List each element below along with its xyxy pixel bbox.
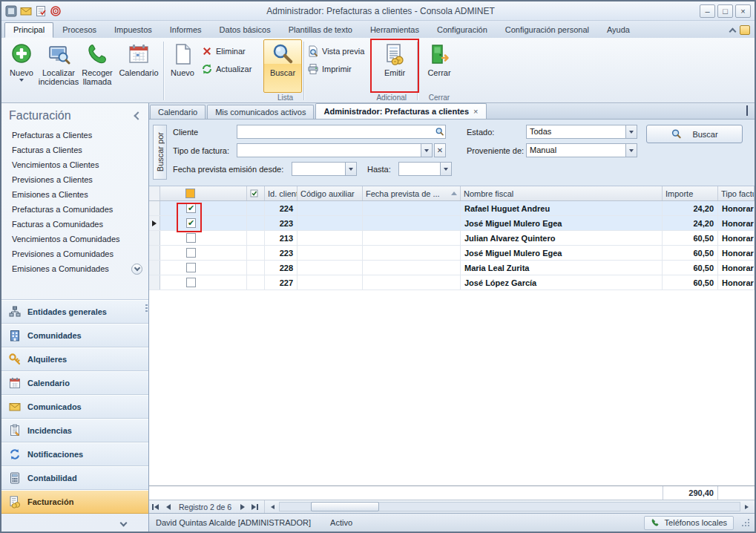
minimize-button[interactable]: –	[700, 4, 715, 18]
local-phones-panel[interactable]: Teléfonos locales	[644, 516, 734, 530]
actualizar-button[interactable]: Actualizar	[200, 61, 263, 76]
row-checkbox-cell[interactable]	[160, 275, 247, 290]
row-checkbox[interactable]	[186, 218, 196, 228]
ribbon-tab-herramientas[interactable]: Herramientas	[361, 22, 428, 38]
mail-icon[interactable]	[20, 5, 32, 17]
module-alquileres[interactable]: Alquileres	[1, 347, 148, 371]
header-tipo-factura[interactable]: Tipo factura	[718, 186, 755, 200]
sidebar-item-previsiones-a-comunidades[interactable]: Previsiones a Comunidades	[1, 246, 148, 261]
row-checkbox-cell[interactable]	[160, 216, 247, 230]
chevron-down-icon[interactable]	[421, 144, 432, 157]
cerrar-button[interactable]: Cerrar	[419, 39, 459, 93]
sidebar-item-facturas-a-comunidades[interactable]: Facturas a Comunidades	[1, 217, 148, 232]
scroll-left-button[interactable]	[266, 501, 279, 513]
help-window-icon[interactable]	[740, 25, 750, 35]
lookup-search-icon[interactable]	[433, 125, 445, 138]
buscar-ribbon-button[interactable]: Buscar	[263, 39, 302, 93]
header-nombre-fiscal[interactable]: Nombre fiscal	[461, 186, 663, 200]
chevron-down-icon[interactable]	[440, 163, 451, 175]
grid-row[interactable]: 228Maria Leal Zurita60,50Honorarios	[149, 261, 755, 275]
chevron-down-icon[interactable]	[625, 125, 637, 138]
horizontal-scrollbar[interactable]	[264, 500, 755, 513]
localizar-incidencias-button[interactable]: Localizar incidencias	[39, 39, 79, 93]
sidebar-item-prefacturas-a-comunidades[interactable]: Prefacturas a Comunidades	[1, 202, 148, 217]
nuevo-button[interactable]: Nuevo	[165, 39, 200, 93]
cliente-input[interactable]	[237, 125, 446, 139]
module-comunidades[interactable]: Comunidades	[1, 324, 148, 347]
doc-tab-calendario[interactable]: Calendario	[150, 105, 206, 119]
header-fecha-prevista[interactable]: Fecha prevista de ...	[363, 186, 461, 200]
module-facturacion[interactable]: Facturación	[1, 490, 148, 514]
sidebar-item-emisiones-a-comunidades[interactable]: Emisiones a Comunidades	[1, 261, 148, 276]
row-checkbox[interactable]	[186, 203, 196, 213]
ribbon-tab-impuestos[interactable]: Impuestos	[105, 22, 161, 38]
module-contabilidad[interactable]: Contabilidad	[1, 466, 148, 490]
doc-tab-administrador-prefacturas-a-clientes[interactable]: Administrador: Prefacturas a clientes×	[315, 103, 486, 119]
sidebar-collapse-icon[interactable]	[134, 111, 142, 120]
scrollbar-track[interactable]	[279, 502, 740, 511]
ribbon-tab-plantillas-de-texto[interactable]: Plantillas de texto	[280, 22, 361, 38]
row-checkbox[interactable]	[186, 278, 196, 287]
module-calendario[interactable]: Calendario	[1, 371, 148, 395]
row-checkbox-cell[interactable]	[160, 231, 247, 245]
fecha-desde-combo[interactable]	[292, 162, 357, 176]
sidebar-item-prefacturas-a-clientes[interactable]: Prefacturas a Clientes	[1, 128, 148, 143]
sidebar-splitter-handle[interactable]	[145, 304, 148, 306]
calendario-ribbon-button[interactable]: Calendario	[116, 39, 162, 93]
grid-row[interactable]: 223José Miguel Mulero Egea60,50Honorario…	[149, 246, 755, 261]
hasta-combo[interactable]	[398, 162, 452, 176]
close-tab-icon[interactable]: ×	[473, 107, 478, 116]
scrollbar-thumb[interactable]	[311, 502, 379, 511]
grid-row[interactable]: 213Julian Alvarez Quintero60,50Honorario…	[149, 231, 755, 246]
target-icon[interactable]	[50, 5, 62, 17]
clear-filter-button[interactable]: ✕	[434, 143, 446, 157]
app-icon[interactable]	[5, 5, 17, 17]
proveniente-combo[interactable]: Manual	[526, 143, 637, 157]
scroll-right-button[interactable]	[740, 501, 753, 513]
sidebar-item-vencimientos-a-comunidades[interactable]: Vencimientos a Comunidades	[1, 232, 148, 246]
sidebar-item-vencimientos-a-clientes[interactable]: Vencimientos a Clientes	[1, 157, 148, 172]
next-record-button[interactable]	[236, 501, 249, 513]
module-comunicados[interactable]: Comunicados	[1, 395, 148, 419]
vista-previa-button[interactable]: Vista previa	[306, 43, 374, 59]
row-checkbox[interactable]	[186, 233, 196, 243]
row-checkbox[interactable]	[186, 248, 196, 258]
select-all-checkbox[interactable]	[185, 189, 195, 198]
header-codigo-auxiliar[interactable]: Código auxiliar	[298, 186, 363, 200]
maximize-button[interactable]: □	[717, 4, 733, 18]
module-notificaciones[interactable]: Notificaciones	[1, 442, 148, 466]
tipo-factura-combo[interactable]	[237, 143, 433, 157]
header-id-cliente[interactable]: Id. cliente	[265, 186, 298, 200]
emitir-button[interactable]: Emitir	[374, 39, 415, 93]
sidebar-item-facturas-a-clientes[interactable]: Facturas a Clientes	[1, 143, 148, 157]
tab-list-button[interactable]	[746, 105, 754, 119]
header-importe[interactable]: Importe	[663, 186, 718, 200]
sidebar-item-previsiones-a-clientes[interactable]: Previsiones a Clientes	[1, 172, 148, 187]
row-checkbox-cell[interactable]	[160, 261, 247, 275]
last-record-button[interactable]	[249, 501, 261, 513]
ribbon-tab-informes[interactable]: Informes	[161, 22, 211, 38]
buscar-button[interactable]: Buscar	[646, 125, 743, 143]
ribbon-tab-principal[interactable]: Principal	[4, 22, 53, 38]
row-checkbox[interactable]	[186, 263, 196, 272]
ribbon-tab-configuracion-personal[interactable]: Configuración personal	[496, 22, 598, 38]
ribbon-tab-configuracion[interactable]: Configuración	[428, 22, 496, 38]
grid-row[interactable]: 227José López García60,50Honorarios	[149, 275, 755, 290]
header-select-all[interactable]	[160, 186, 247, 200]
ribbon-tab-datos-basicos[interactable]: Datos básicos	[211, 22, 280, 38]
buscar-por-panel-tab[interactable]: Buscar por	[153, 125, 167, 180]
previous-record-button[interactable]	[162, 501, 174, 513]
close-button[interactable]: ×	[735, 4, 751, 18]
scroll-down-icon[interactable]	[131, 264, 142, 275]
chevron-down-icon[interactable]	[625, 144, 637, 157]
first-record-button[interactable]	[149, 501, 162, 513]
task-check-icon[interactable]	[35, 5, 47, 17]
ribbon-tab-procesos[interactable]: Procesos	[53, 22, 105, 38]
doc-tab-mis-comunicados-activos[interactable]: Mis comunicados activos	[207, 105, 314, 119]
module-incidencias[interactable]: Incidencias	[1, 419, 148, 442]
recoger-llamada-button[interactable]: Recoger llamada	[79, 39, 116, 93]
grid-row[interactable]: 224Rafael Huguet Andreu24,20Honorarios	[149, 201, 755, 216]
eliminar-button[interactable]: Eliminar	[200, 43, 263, 59]
estado-combo[interactable]: Todas	[526, 125, 637, 139]
grid-row[interactable]: 223José Miguel Mulero Egea24,20Honorario…	[149, 216, 755, 231]
